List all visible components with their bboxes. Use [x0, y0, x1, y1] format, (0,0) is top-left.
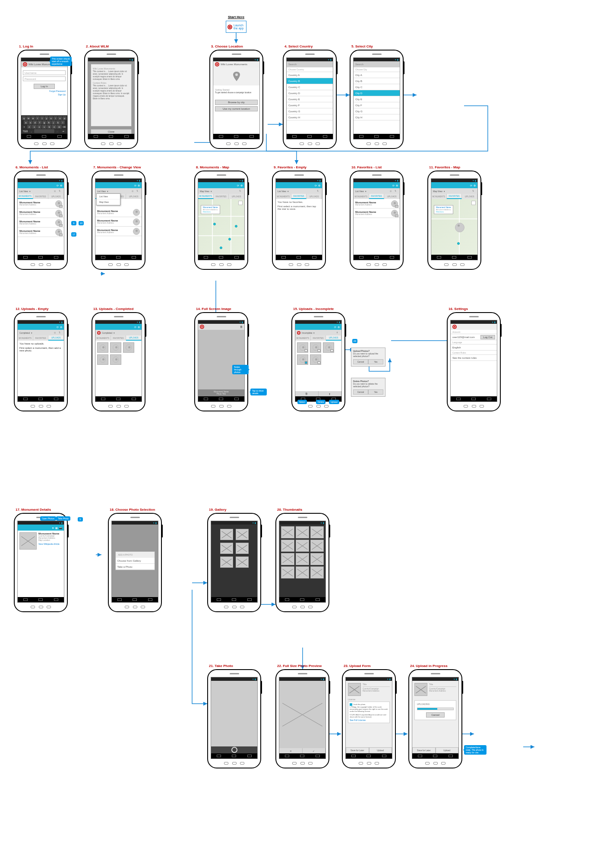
- dialog-cancel[interactable]: Cancel: [353, 389, 368, 395]
- settings-icon[interactable]: ⚙: [138, 184, 140, 187]
- city-row[interactable]: City E: [354, 96, 400, 102]
- shutter-button[interactable]: [231, 747, 237, 753]
- gallery-thumb[interactable]: [281, 553, 294, 565]
- city-row[interactable]: City B: [354, 78, 400, 84]
- tab-uploads[interactable]: UPLOADS: [126, 194, 142, 199]
- dialog-yes[interactable]: Yes: [368, 389, 383, 395]
- search-input[interactable]: Search: [354, 61, 400, 67]
- gallery-thumb[interactable]: [281, 526, 294, 538]
- search-input[interactable]: Search: [287, 61, 333, 67]
- view-dropdown[interactable]: Map View: [200, 190, 209, 193]
- logout-button[interactable]: Log Out: [480, 335, 495, 339]
- map-callout[interactable]: Monument NameMonument AddressDirections: [434, 205, 453, 214]
- choose-gallery-option[interactable]: Choose from Gallery: [116, 558, 155, 564]
- tab-favorites[interactable]: FAVORITES: [311, 335, 326, 341]
- map-callout[interactable]: Monument NameMonument AddressDirections: [201, 205, 220, 214]
- country-row[interactable]: Country H: [287, 114, 333, 120]
- upload-button[interactable]: Upload: [369, 747, 392, 753]
- tab-monuments[interactable]: MONUMENTS: [18, 194, 33, 199]
- country-row[interactable]: Country A: [287, 72, 333, 78]
- upload-thumb[interactable]: [97, 342, 108, 353]
- view-dropdown[interactable]: List View: [355, 190, 364, 193]
- country-row[interactable]: Country G: [287, 108, 333, 114]
- monument-row[interactable]: Monument NameMonument Address: [354, 209, 400, 218]
- tab-monuments[interactable]: MONUMENTS: [95, 335, 111, 341]
- gallery-album[interactable]: [236, 543, 249, 554]
- gallery-icon[interactable]: ▦: [55, 526, 58, 529]
- map-pin[interactable]: [220, 247, 222, 249]
- tab-monuments[interactable]: MONUMENTS: [295, 335, 311, 341]
- save-later-button[interactable]: Save for Later: [346, 747, 369, 753]
- settings-rules-row[interactable]: See the contest rules: [451, 355, 497, 361]
- view-dropdown[interactable]: Map View: [433, 190, 442, 193]
- gallery-album[interactable]: [236, 529, 249, 540]
- view-dropdown[interactable]: List View: [19, 190, 28, 193]
- upload-thumb[interactable]: [110, 342, 121, 353]
- upload-button[interactable]: Upload: [436, 747, 459, 753]
- upload-thumb[interactable]: [110, 354, 121, 365]
- country-row[interactable]: Country F: [287, 102, 333, 108]
- country-row[interactable]: Country D: [287, 90, 333, 96]
- tab-favorites[interactable]: FAVORITES: [369, 194, 385, 199]
- status-dropdown[interactable]: Completed: [102, 332, 112, 334]
- take-photo-option[interactable]: Take a Photo: [116, 564, 155, 570]
- city-row[interactable]: City H: [354, 114, 400, 120]
- browse-by-city-button[interactable]: Browse by city: [215, 100, 258, 105]
- locate-icon[interactable]: [471, 201, 476, 205]
- country-row[interactable]: Country E: [287, 96, 333, 102]
- upload-thumb[interactable]: [297, 354, 308, 365]
- city-row[interactable]: City C: [354, 84, 400, 90]
- close-button[interactable]: Close: [91, 129, 132, 134]
- gallery-thumb[interactable]: [310, 566, 324, 578]
- dialog-cancel[interactable]: Cancel: [353, 359, 368, 364]
- upload-thumb[interactable]: [310, 354, 321, 365]
- username-field[interactable]: Username: [23, 70, 66, 75]
- gallery-album[interactable]: [220, 556, 233, 568]
- delete-button[interactable]: 🗑: [295, 391, 319, 396]
- city-row[interactable]: City D: [354, 90, 400, 96]
- camera-icon[interactable]: [59, 234, 63, 236]
- use-current-location-button[interactable]: Use my current location: [215, 106, 258, 111]
- monument-row[interactable]: Monument NameMonument Address: [95, 227, 142, 236]
- tab-uploads[interactable]: UPLOADS: [326, 335, 341, 341]
- country-row[interactable]: Country C: [287, 84, 333, 90]
- camera-icon[interactable]: [59, 205, 63, 208]
- monument-row[interactable]: Monument NameMonument Address: [95, 208, 142, 217]
- settings-icon[interactable]: ⚙: [60, 184, 62, 187]
- city-row[interactable]: City G: [354, 108, 400, 114]
- tab-favorites[interactable]: FAVORITES: [291, 194, 307, 199]
- gallery-thumb[interactable]: [296, 526, 309, 538]
- gallery-thumb[interactable]: [281, 540, 294, 552]
- tab-uploads[interactable]: UPLOADS: [48, 335, 64, 341]
- license-link[interactable]: See Full License: [350, 719, 388, 722]
- gallery-thumb[interactable]: [310, 553, 324, 565]
- settings-language-row[interactable]: English: [451, 345, 497, 351]
- sort-icon[interactable]: ⇅: [59, 190, 62, 193]
- gallery-album[interactable]: [236, 556, 249, 568]
- full-image[interactable]: [198, 330, 244, 389]
- tab-monuments[interactable]: MONUMENTS: [198, 194, 214, 199]
- city-row[interactable]: City F: [354, 102, 400, 108]
- camera-icon[interactable]: 📷: [59, 526, 62, 529]
- save-later-button[interactable]: Save for Later: [412, 747, 436, 753]
- upload-thumb[interactable]: [323, 342, 334, 353]
- monument-row[interactable]: Monument NameMonument Address: [18, 209, 64, 218]
- tab-uploads[interactable]: UPLOADS: [462, 194, 477, 199]
- password-field[interactable]: Password: [23, 76, 66, 81]
- monument-row[interactable]: Monument NameMonument Address: [18, 228, 64, 237]
- tab-favorites[interactable]: FAVORITES: [447, 194, 462, 199]
- upload-button[interactable]: ⬆: [319, 391, 342, 396]
- tab-favorites[interactable]: FAVORITES: [111, 335, 126, 341]
- monument-row[interactable]: Monument NameMonument Address: [354, 199, 400, 209]
- soft-keyboard[interactable]: qwertyuiop asdfghjkl ⇧zxcvbnm⌫ ?123,.↵: [21, 115, 67, 134]
- monument-row[interactable]: Monument NameMonument Address: [18, 218, 64, 228]
- camera-icon[interactable]: [59, 224, 63, 227]
- tab-uploads[interactable]: UPLOADS: [126, 335, 142, 341]
- map-pin[interactable]: [228, 238, 231, 240]
- country-row[interactable]: Country B: [287, 78, 333, 84]
- map-pin[interactable]: [457, 242, 460, 245]
- view-option-list[interactable]: List View: [97, 194, 120, 199]
- signup-link[interactable]: Sign Up: [58, 93, 66, 96]
- map-avatar[interactable]: [455, 223, 464, 232]
- preview-cancel-button[interactable]: ✕: [279, 748, 303, 753]
